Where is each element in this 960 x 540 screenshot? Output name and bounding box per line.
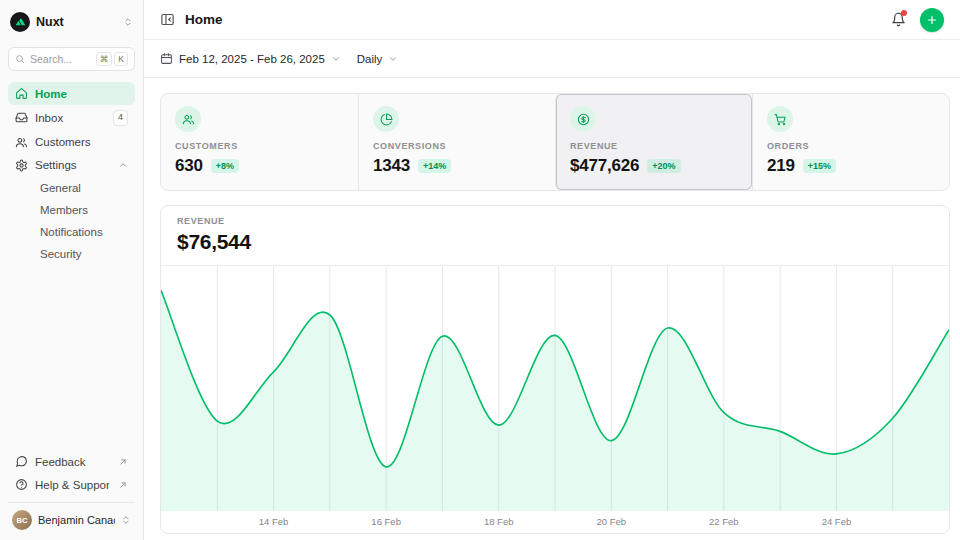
settings-sub-items: General Members Notifications Security	[8, 177, 135, 265]
users-icon	[15, 136, 28, 149]
stats-row: CUSTOMERS 630 +8% CONVERSIONS 1343 +14%	[160, 93, 950, 191]
circle-dollar-icon	[570, 106, 596, 132]
stat-card-conversions[interactable]: CONVERSIONS 1343 +14%	[358, 94, 555, 190]
chart-headline-value: $76,544	[177, 230, 933, 254]
stat-value: 1343	[373, 156, 410, 176]
stat-card-customers[interactable]: CUSTOMERS 630 +8%	[161, 94, 358, 190]
settings-gear-icon	[15, 159, 28, 172]
x-axis-label: 20 Feb	[596, 516, 626, 527]
sidebar-item-security[interactable]: Security	[8, 243, 135, 265]
chart-header: REVENUE $76,544	[161, 206, 949, 266]
search-placeholder: Search...	[30, 53, 72, 65]
x-axis-label: 22 Feb	[709, 516, 739, 527]
chevrons-up-down-icon	[121, 515, 131, 525]
granularity-select[interactable]: Daily	[357, 53, 399, 65]
x-axis-label: 18 Feb	[484, 516, 514, 527]
stat-value: 219	[767, 156, 795, 176]
granularity-label: Daily	[357, 53, 383, 65]
kbd-k: K	[114, 52, 128, 66]
cart-icon	[767, 106, 793, 132]
x-axis-label: 16 Feb	[371, 516, 401, 527]
sidebar-item-feedback[interactable]: Feedback	[8, 450, 135, 473]
filters-toolbar: Feb 12, 2025 - Feb 26, 2025 Daily	[144, 40, 960, 78]
chevrons-up-down-icon	[123, 17, 133, 27]
sidebar-item-home[interactable]: Home	[8, 82, 135, 105]
chart-title: REVENUE	[177, 216, 933, 226]
panel-left-icon	[160, 12, 175, 27]
sidebar-item-label: Home	[35, 88, 128, 100]
add-button[interactable]	[920, 8, 944, 32]
sidebar: Nuxt Search... ⌘ K Home Inbox 4 Customer…	[0, 0, 144, 540]
stat-label: REVENUE	[570, 141, 738, 151]
revenue-chart-card: REVENUE $76,544 14 Feb16 Feb18 Feb20 Feb…	[160, 205, 950, 534]
sidebar-item-members[interactable]: Members	[8, 199, 135, 221]
notification-dot	[901, 10, 907, 16]
sidebar-item-label: Settings	[35, 159, 111, 171]
calendar-icon	[160, 52, 173, 65]
stat-label: CONVERSIONS	[373, 141, 541, 151]
date-range-label: Feb 12, 2025 - Feb 26, 2025	[179, 53, 325, 65]
sidebar-item-notifications[interactable]: Notifications	[8, 221, 135, 243]
inbox-count-badge: 4	[113, 110, 128, 126]
dashboard-content: CUSTOMERS 630 +8% CONVERSIONS 1343 +14%	[144, 78, 960, 540]
message-bubble-icon	[15, 455, 28, 468]
stat-value: 630	[175, 156, 203, 176]
delta-badge: +14%	[418, 159, 451, 173]
user-name: Benjamin Canac	[38, 514, 115, 526]
sidebar-item-inbox[interactable]: Inbox 4	[8, 105, 135, 131]
sidebar-footer: Feedback Help & Support BC Benjamin Cana…	[8, 450, 135, 532]
sidebar-nav: Home Inbox 4 Customers Settings General …	[8, 82, 135, 265]
search-icon	[15, 54, 25, 64]
search-input[interactable]: Search... ⌘ K	[8, 47, 135, 71]
search-kbd: ⌘ K	[96, 52, 128, 66]
header-actions	[891, 8, 944, 32]
page-header: Home	[144, 0, 960, 40]
sidebar-item-settings[interactable]: Settings	[8, 154, 135, 177]
help-circle-icon	[15, 478, 28, 491]
external-link-icon	[118, 480, 128, 490]
plus-icon	[926, 14, 938, 26]
stat-label: ORDERS	[767, 141, 935, 151]
stat-value: $477,626	[570, 156, 639, 176]
sidebar-item-help-support[interactable]: Help & Support	[8, 473, 135, 496]
nuxt-logo-icon	[10, 12, 30, 32]
avatar: BC	[12, 510, 32, 530]
chart-plot-area[interactable]	[161, 266, 949, 511]
delta-badge: +15%	[803, 159, 836, 173]
sidebar-item-label: Customers	[35, 136, 128, 148]
sidebar-item-customers[interactable]: Customers	[8, 131, 135, 154]
user-menu[interactable]: BC Benjamin Canac	[8, 502, 135, 532]
notifications-button[interactable]	[891, 12, 906, 27]
stat-card-revenue[interactable]: REVENUE $477,626 +20%	[555, 94, 752, 190]
revenue-area-chart-svg	[161, 266, 949, 511]
stat-label: CUSTOMERS	[175, 141, 344, 151]
home-icon	[15, 87, 28, 100]
sidebar-item-label: Help & Support	[35, 479, 109, 491]
sidebar-item-general[interactable]: General	[8, 177, 135, 199]
collapse-sidebar-button[interactable]	[160, 12, 175, 27]
stat-card-orders[interactable]: ORDERS 219 +15%	[752, 94, 949, 190]
external-link-icon	[118, 457, 128, 467]
chevron-down-icon	[388, 54, 398, 64]
delta-badge: +20%	[647, 159, 680, 173]
main-panel: Home Feb 12, 2025 - Feb 26, 2025 Daily	[144, 0, 960, 540]
kbd-cmd: ⌘	[96, 52, 113, 66]
users-icon	[175, 106, 201, 132]
chevron-down-icon	[331, 54, 341, 64]
workspace-switcher[interactable]: Nuxt	[8, 10, 135, 34]
inbox-icon	[15, 111, 28, 124]
date-range-picker[interactable]: Feb 12, 2025 - Feb 26, 2025	[160, 52, 341, 65]
chevron-up-icon	[118, 160, 128, 170]
delta-badge: +8%	[211, 159, 239, 173]
x-axis-label: 24 Feb	[822, 516, 852, 527]
sidebar-item-label: Inbox	[35, 112, 106, 124]
x-axis-label: 14 Feb	[259, 516, 289, 527]
brand-name: Nuxt	[36, 15, 117, 29]
sidebar-item-label: Feedback	[35, 456, 109, 468]
chart-pie-icon	[373, 106, 399, 132]
page-title: Home	[185, 12, 223, 27]
x-axis: 14 Feb16 Feb18 Feb20 Feb22 Feb24 Feb	[161, 511, 949, 533]
revenue-chart[interactable]: 14 Feb16 Feb18 Feb20 Feb22 Feb24 Feb	[161, 266, 949, 533]
